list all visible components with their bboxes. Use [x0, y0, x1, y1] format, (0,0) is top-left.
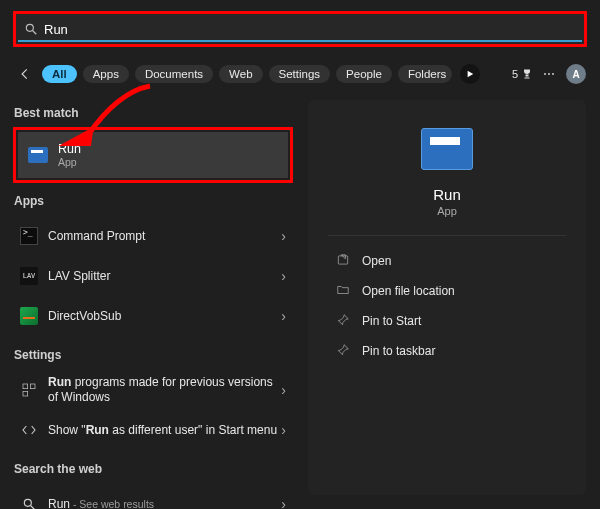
divider	[328, 235, 566, 236]
pin-icon	[336, 343, 350, 360]
best-match-title: Run	[58, 142, 81, 156]
app-label: DirectVobSub	[48, 309, 121, 324]
app-item-lav-splitter[interactable]: LAV LAV Splitter ›	[14, 256, 292, 296]
apps-window-icon	[20, 381, 38, 399]
trophy-icon	[521, 68, 533, 80]
svg-rect-4	[23, 391, 28, 396]
badge-count: 5	[512, 68, 518, 80]
search-focus-underline	[18, 40, 582, 42]
open-icon	[336, 253, 350, 270]
section-heading-best-match: Best match	[14, 106, 292, 120]
arrow-left-icon	[18, 67, 32, 81]
search-icon	[20, 495, 38, 509]
chevron-right-icon: ›	[281, 382, 286, 398]
preview-title: Run	[328, 186, 566, 203]
avatar-initial: A	[572, 69, 579, 80]
folder-icon	[336, 283, 350, 300]
svg-rect-2	[23, 384, 28, 389]
run-app-icon	[28, 147, 48, 163]
svg-line-1	[33, 31, 37, 35]
action-open-file-location[interactable]: Open file location	[328, 276, 566, 306]
tab-all[interactable]: All	[42, 65, 77, 83]
avatar[interactable]: A	[566, 64, 586, 84]
chevron-right-icon: ›	[281, 228, 286, 244]
chevron-right-icon: ›	[281, 496, 286, 509]
pin-icon	[336, 313, 350, 330]
web-label: Run - See web results	[48, 497, 154, 510]
setting-label: Run programs made for previous versions …	[48, 375, 281, 405]
tab-apps[interactable]: Apps	[83, 65, 129, 83]
search-icon	[24, 22, 38, 36]
action-label: Open	[362, 254, 391, 268]
chevron-right-icon: ›	[281, 422, 286, 438]
preview-subtitle: App	[328, 205, 566, 217]
setting-item-show-run-as-user[interactable]: Show "Run as different user" in Start me…	[14, 410, 292, 450]
app-label: LAV Splitter	[48, 269, 110, 284]
results-column: Best match Run App Apps Command Prompt ›…	[14, 100, 292, 509]
action-label: Pin to Start	[362, 314, 421, 328]
action-pin-to-taskbar[interactable]: Pin to taskbar	[328, 336, 566, 366]
play-icon	[466, 70, 474, 78]
setting-item-run-compat[interactable]: Run programs made for previous versions …	[14, 370, 292, 410]
preview-panel: Run App Open Open file location Pin to S…	[308, 100, 586, 495]
back-button[interactable]	[14, 63, 36, 85]
command-prompt-icon	[20, 227, 38, 245]
app-item-command-prompt[interactable]: Command Prompt ›	[14, 216, 292, 256]
developer-icon	[20, 421, 38, 439]
svg-rect-7	[338, 255, 347, 263]
svg-rect-3	[30, 384, 35, 389]
chevron-right-icon: ›	[281, 268, 286, 284]
tab-people[interactable]: People	[336, 65, 392, 83]
directvobsub-icon	[20, 307, 38, 325]
app-label: Command Prompt	[48, 229, 145, 244]
app-item-directvobsub[interactable]: DirectVobSub ›	[14, 296, 292, 336]
tab-documents[interactable]: Documents	[135, 65, 213, 83]
action-pin-to-start[interactable]: Pin to Start	[328, 306, 566, 336]
section-heading-apps: Apps	[14, 194, 292, 208]
search-input[interactable]	[44, 22, 576, 37]
chevron-right-icon: ›	[281, 308, 286, 324]
run-app-icon-large	[421, 128, 473, 170]
tab-web[interactable]: Web	[219, 65, 262, 83]
section-heading-web: Search the web	[14, 462, 292, 476]
action-label: Open file location	[362, 284, 455, 298]
action-label: Pin to taskbar	[362, 344, 435, 358]
web-item-search-run[interactable]: Run - See web results ›	[14, 484, 292, 509]
search-bar[interactable]	[14, 12, 586, 46]
svg-point-0	[26, 24, 33, 31]
best-match-subtitle: App	[58, 156, 81, 168]
best-match-item-run[interactable]: Run App	[18, 132, 288, 178]
svg-point-5	[24, 499, 31, 506]
best-match-box: Run App	[14, 128, 292, 182]
action-open[interactable]: Open	[328, 246, 566, 276]
tab-folders[interactable]: Folders	[398, 65, 452, 83]
filter-tabs-row: All Apps Documents Web Settings People F…	[14, 58, 586, 90]
section-heading-settings: Settings	[14, 348, 292, 362]
lav-splitter-icon: LAV	[20, 267, 38, 285]
rewards-badge[interactable]: 5	[512, 68, 533, 80]
options-button[interactable]: ⋯	[543, 67, 556, 81]
tab-settings[interactable]: Settings	[269, 65, 331, 83]
setting-label: Show "Run as different user" in Start me…	[48, 423, 277, 438]
more-tabs-button[interactable]	[460, 64, 480, 84]
